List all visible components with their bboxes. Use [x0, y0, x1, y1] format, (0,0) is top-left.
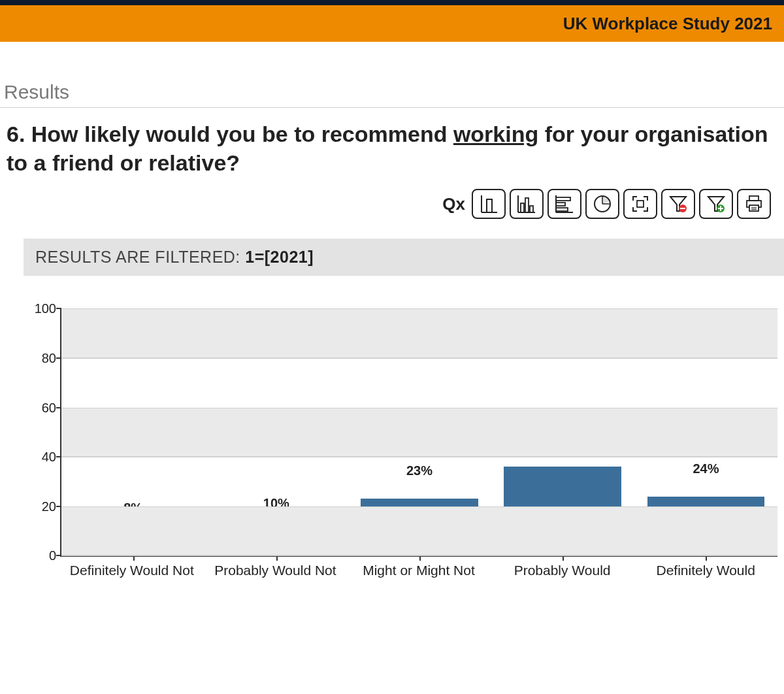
gridline	[61, 457, 777, 457]
svg-rect-2	[487, 199, 492, 212]
bar-value-label: 24%	[634, 461, 777, 479]
horizontal-bar-icon	[553, 193, 576, 215]
add-filter-button[interactable]	[699, 189, 733, 219]
print-button[interactable]	[737, 189, 771, 219]
y-tick-mark	[56, 506, 61, 507]
y-tick-label: 20	[30, 499, 56, 514]
remove-filter-button[interactable]	[661, 189, 695, 219]
svg-rect-6	[525, 198, 529, 212]
filter-add-icon	[705, 193, 727, 215]
svg-rect-5	[521, 203, 524, 212]
multi-bar-icon	[515, 193, 538, 215]
y-tick-mark	[56, 456, 61, 457]
chart-toolbar: Qx	[0, 185, 784, 239]
bar-chart: 8%10%23%36%24% 020406080100	[60, 308, 777, 557]
x-tick-mark	[419, 555, 421, 561]
x-axis-label: Might or Might Not	[347, 557, 491, 579]
y-tick-mark	[56, 407, 61, 408]
grid-band	[61, 308, 777, 358]
single-bar-chart-button[interactable]	[472, 189, 506, 219]
question-prefix: 6. How likely would you be to recommend	[7, 122, 453, 146]
bar-value-label: 23%	[348, 463, 491, 481]
grid-band	[61, 408, 777, 457]
grid-band	[61, 506, 777, 556]
svg-rect-19	[680, 208, 685, 209]
y-tick-label: 40	[30, 450, 56, 465]
gridline	[61, 555, 777, 556]
y-tick-mark	[56, 308, 61, 309]
x-axis-labels: Definitely Would NotProbably Would NotMi…	[60, 557, 777, 579]
question-text: 6. How likely would you be to recommend …	[0, 108, 784, 185]
question-underlined-word: working	[453, 122, 538, 146]
expand-icon	[629, 193, 651, 215]
y-tick-label: 0	[30, 548, 56, 563]
y-tick-label: 80	[30, 350, 56, 365]
x-tick-mark	[276, 555, 278, 561]
print-icon	[743, 193, 765, 215]
multi-bar-chart-button[interactable]	[510, 189, 544, 219]
filter-banner-value: 1=[2021]	[245, 248, 314, 266]
svg-rect-16	[637, 201, 644, 207]
filter-banner-prefix: RESULTS ARE FILTERED:	[35, 248, 245, 266]
expand-button[interactable]	[623, 189, 657, 219]
pie-chart-button[interactable]	[585, 189, 619, 219]
gridline	[61, 506, 777, 507]
svg-rect-23	[720, 206, 721, 211]
x-tick-mark	[706, 555, 707, 561]
results-heading: Results	[0, 81, 784, 108]
y-tick-mark	[56, 555, 61, 556]
x-axis-label: Definitely Would Not	[60, 557, 204, 579]
svg-rect-24	[749, 196, 759, 201]
qx-label: Qx	[442, 194, 465, 214]
horizontal-bar-chart-button[interactable]	[547, 189, 581, 219]
gridline	[61, 308, 777, 309]
pie-chart-icon	[591, 193, 613, 215]
study-title: UK Workplace Study 2021	[563, 14, 772, 34]
filter-banner: RESULTS ARE FILTERED: 1=[2021]	[24, 239, 784, 276]
svg-rect-10	[556, 197, 570, 201]
single-bar-icon	[478, 193, 500, 215]
y-tick-mark	[56, 357, 61, 359]
y-tick-label: 60	[30, 400, 56, 415]
top-nav-strip	[0, 0, 784, 5]
x-axis-label: Probably Would Not	[204, 557, 348, 579]
x-tick-mark	[133, 555, 135, 561]
svg-rect-7	[530, 206, 533, 212]
filter-remove-icon	[667, 193, 689, 215]
svg-rect-12	[556, 208, 568, 211]
gridline	[61, 358, 777, 359]
y-tick-label: 100	[30, 301, 56, 316]
gridline	[61, 408, 777, 408]
header-bar: UK Workplace Study 2021	[0, 5, 784, 42]
svg-rect-11	[556, 203, 565, 206]
x-tick-mark	[563, 555, 564, 561]
